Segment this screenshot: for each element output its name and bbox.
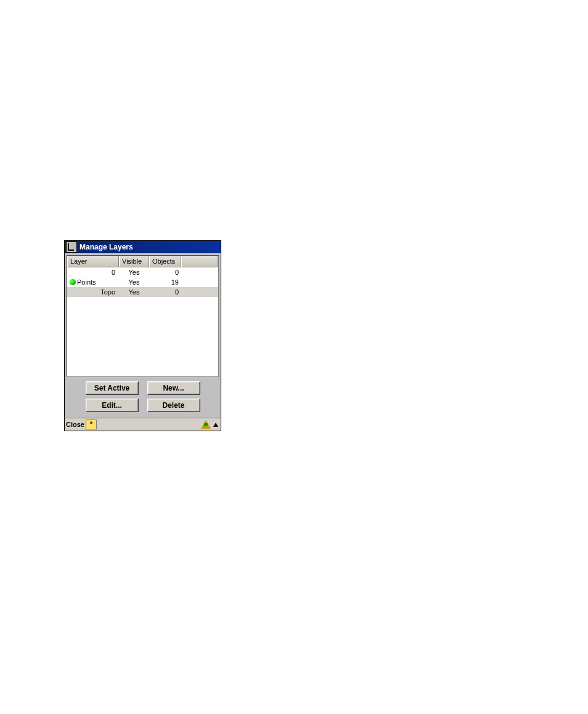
column-header-layer[interactable]: Layer — [67, 256, 119, 267]
cell-layer: 0 — [67, 269, 119, 276]
layer-list[interactable]: Layer Visible Objects 0 Yes 0 Points Yes — [67, 255, 219, 377]
layer-list-body: 0 Yes 0 Points Yes 19 Topo Yes 0 — [67, 267, 218, 297]
star-icon[interactable]: * — [86, 420, 97, 429]
cell-layer: Points — [67, 278, 119, 286]
warning-triangle-icon[interactable] — [201, 420, 211, 429]
close-label[interactable]: Close — [66, 421, 84, 428]
layer-name: Topo — [77, 288, 116, 296]
up-arrow-icon[interactable] — [213, 423, 218, 427]
manage-layers-dialog: Manage Layers Layer Visible Objects 0 Ye… — [64, 240, 221, 431]
table-row[interactable]: Points Yes 19 — [67, 277, 218, 287]
cell-objects: 19 — [149, 278, 181, 286]
new-button[interactable]: New... — [147, 381, 200, 395]
window-title: Manage Layers — [80, 243, 133, 251]
titlebar[interactable]: Manage Layers — [65, 241, 221, 253]
active-layer-dot-icon — [70, 279, 76, 285]
delete-button[interactable]: Delete — [147, 399, 200, 412]
cell-visible: Yes — [119, 288, 149, 296]
cell-visible: Yes — [119, 278, 149, 286]
column-header-objects[interactable]: Objects — [149, 256, 181, 267]
table-row[interactable]: 0 Yes 0 — [67, 267, 218, 277]
cell-visible: Yes — [119, 269, 149, 276]
layer-name: Points — [77, 278, 116, 286]
status-bar: Close * — [65, 418, 221, 431]
table-row[interactable]: Topo Yes 0 — [67, 287, 218, 297]
button-row: Set Active New... Edit... Delete — [67, 379, 219, 416]
edit-button[interactable]: Edit... — [86, 399, 139, 412]
app-icon — [66, 241, 77, 253]
layer-list-header: Layer Visible Objects — [67, 256, 218, 267]
column-header-visible[interactable]: Visible — [119, 256, 149, 267]
layer-name: 0 — [77, 269, 116, 276]
cell-objects: 0 — [149, 288, 181, 296]
cell-layer: Topo — [67, 288, 119, 296]
column-header-spacer — [181, 256, 218, 267]
cell-objects: 0 — [149, 269, 181, 276]
set-active-button[interactable]: Set Active — [86, 381, 139, 395]
